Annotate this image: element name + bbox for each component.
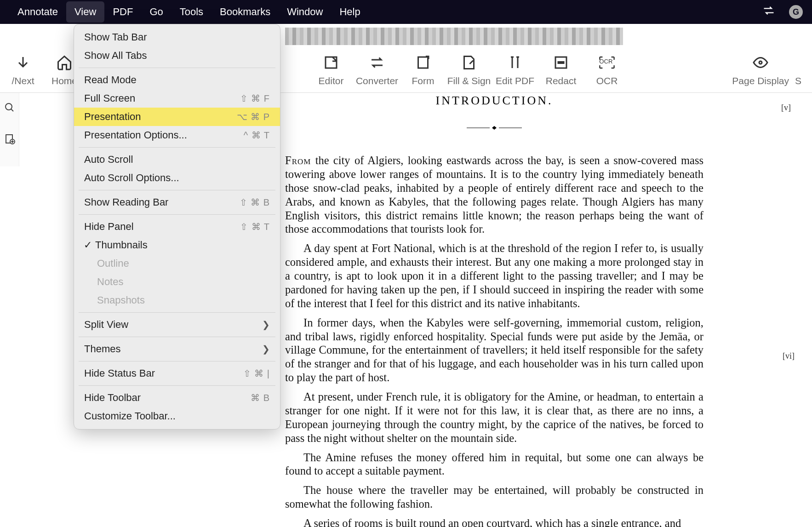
menubar: Annotate View PDF Go Tools Bookmarks Win… bbox=[0, 0, 812, 24]
paragraph: The Amine refuses the money offered him … bbox=[285, 451, 703, 478]
menuitem-auto-scroll[interactable]: Auto Scroll bbox=[74, 150, 280, 169]
prev-next-button[interactable]: /Next bbox=[5, 53, 41, 86]
menu-separator bbox=[79, 312, 275, 313]
paragraph: The house where the traveller may be ent… bbox=[285, 483, 703, 511]
redact-label: Redact bbox=[546, 75, 577, 86]
menuitem-presentation[interactable]: Presentation⌥ ⌘ P bbox=[74, 108, 280, 126]
menuitem-full-screen[interactable]: Full Screen⇧ ⌘ F bbox=[74, 89, 280, 108]
document-title: INTRODUCTION. bbox=[285, 94, 703, 108]
menuitem-outline: Outline bbox=[74, 254, 280, 273]
menuitem-auto-scroll-options[interactable]: Auto Scroll Options... bbox=[74, 169, 280, 187]
menu-help[interactable]: Help bbox=[331, 1, 368, 23]
page-display-label: Page Display bbox=[732, 75, 789, 86]
edit-pdf-label: Edit PDF bbox=[496, 75, 534, 86]
converter-button[interactable]: Converter bbox=[354, 53, 400, 86]
fill-sign-icon bbox=[460, 53, 478, 72]
fill-sign-button[interactable]: Fill & Sign bbox=[446, 53, 492, 86]
lead-word: From bbox=[285, 154, 311, 166]
menuitem-read-mode[interactable]: Read Mode bbox=[74, 71, 280, 89]
page-mark-vi: [vi] bbox=[783, 351, 795, 361]
menu-pdf[interactable]: PDF bbox=[104, 1, 141, 23]
ornament-icon bbox=[285, 124, 703, 133]
menuitem-hide-toolbar[interactable]: Hide Toolbar⌘ B bbox=[74, 389, 280, 407]
partial-label: S bbox=[795, 75, 801, 86]
paragraph: A series of rooms is built round an open… bbox=[285, 516, 703, 527]
edit-pdf-button[interactable]: Edit PDF bbox=[492, 53, 538, 86]
page-display-button[interactable]: Page Display bbox=[732, 53, 789, 86]
tab-title-obscured bbox=[285, 28, 623, 45]
chevron-right-icon: ❯ bbox=[262, 319, 270, 330]
svg-point-3 bbox=[6, 103, 12, 110]
check-icon: ✓ bbox=[82, 239, 93, 251]
toolbar-right-partial[interactable]: S bbox=[789, 53, 807, 86]
redact-button[interactable]: Redact bbox=[538, 53, 584, 86]
eye-icon bbox=[751, 53, 770, 72]
menuitem-show-tab-bar[interactable]: Show Tab Bar bbox=[74, 28, 280, 46]
document-page: [v] [vi] INTRODUCTION. From the city of … bbox=[285, 94, 795, 527]
search-icon[interactable] bbox=[4, 102, 15, 115]
menuitem-notes: Notes bbox=[74, 273, 280, 291]
menuitem-hide-status-bar[interactable]: Hide Status Bar⇧ ⌘ | bbox=[74, 364, 280, 383]
menu-separator bbox=[79, 361, 275, 361]
ocr-button[interactable]: OCR OCR bbox=[584, 53, 630, 86]
svg-rect-0 bbox=[558, 61, 565, 64]
edit-pdf-icon bbox=[506, 53, 524, 72]
menu-separator bbox=[79, 68, 275, 68]
menuitem-presentation-options[interactable]: Presentation Options...^ ⌘ T bbox=[74, 126, 280, 144]
menu-bookmarks[interactable]: Bookmarks bbox=[212, 1, 279, 23]
arrow-down-icon bbox=[14, 53, 32, 72]
menuitem-show-all-tabs[interactable]: Show All Tabs bbox=[74, 46, 280, 65]
form-button[interactable]: Form bbox=[400, 53, 446, 86]
add-page-icon[interactable] bbox=[4, 133, 15, 146]
ocr-label: OCR bbox=[596, 75, 618, 86]
menu-view[interactable]: View bbox=[66, 1, 104, 23]
svg-text:OCR: OCR bbox=[599, 58, 612, 65]
menu-separator bbox=[79, 214, 275, 215]
menu-separator bbox=[79, 337, 275, 337]
converter-label: Converter bbox=[356, 75, 398, 86]
menu-window[interactable]: Window bbox=[279, 1, 331, 23]
menu-go[interactable]: Go bbox=[141, 1, 171, 23]
menuitem-thumbnails[interactable]: ✓Thumbnails bbox=[74, 236, 280, 254]
editor-label: Editor bbox=[319, 75, 344, 86]
home-icon bbox=[55, 53, 74, 72]
fill-sign-label: Fill & Sign bbox=[447, 75, 491, 86]
converter-icon bbox=[368, 53, 386, 72]
menuitem-themes[interactable]: Themes❯ bbox=[74, 340, 280, 358]
grammarly-icon[interactable]: G bbox=[789, 5, 803, 19]
page-mark-v: [v] bbox=[781, 103, 791, 113]
menuitem-show-reading-bar[interactable]: Show Reading Bar⇧ ⌘ B bbox=[74, 193, 280, 212]
left-rail bbox=[0, 93, 19, 166]
view-menu-dropdown: Show Tab Bar Show All Tabs Read Mode Ful… bbox=[74, 24, 280, 430]
menuitem-hide-panel[interactable]: Hide Panel⇧ ⌘ T bbox=[74, 218, 280, 236]
redact-icon bbox=[552, 53, 570, 72]
sync-icon[interactable] bbox=[762, 4, 775, 20]
prev-next-label: /Next bbox=[11, 75, 34, 86]
menu-separator bbox=[79, 147, 275, 148]
menuitem-customize-toolbar[interactable]: Customize Toolbar... bbox=[74, 407, 280, 425]
ocr-icon: OCR bbox=[598, 53, 616, 72]
svg-point-2 bbox=[759, 61, 762, 64]
form-icon bbox=[414, 53, 432, 72]
paragraph: In former days, when the Kabyles were se… bbox=[285, 316, 703, 384]
menu-annotate[interactable]: Annotate bbox=[9, 1, 66, 23]
paragraph: From the city of Algiers, looking eastwa… bbox=[285, 154, 703, 236]
menu-tools[interactable]: Tools bbox=[172, 1, 212, 23]
menuitem-split-view[interactable]: Split View❯ bbox=[74, 315, 280, 334]
form-label: Form bbox=[412, 75, 435, 86]
menu-separator bbox=[79, 190, 275, 190]
editor-icon bbox=[322, 53, 340, 72]
menuitem-snapshots: Snapshots bbox=[74, 291, 280, 309]
paragraph: At present, under French rule, it is obl… bbox=[285, 390, 703, 445]
paragraph: A day spent at Fort National, which is a… bbox=[285, 241, 703, 310]
partial-icon bbox=[789, 53, 807, 72]
menu-separator bbox=[79, 385, 275, 386]
svg-marker-7 bbox=[492, 126, 497, 130]
chevron-right-icon: ❯ bbox=[262, 344, 270, 355]
editor-button[interactable]: Editor bbox=[308, 53, 354, 86]
